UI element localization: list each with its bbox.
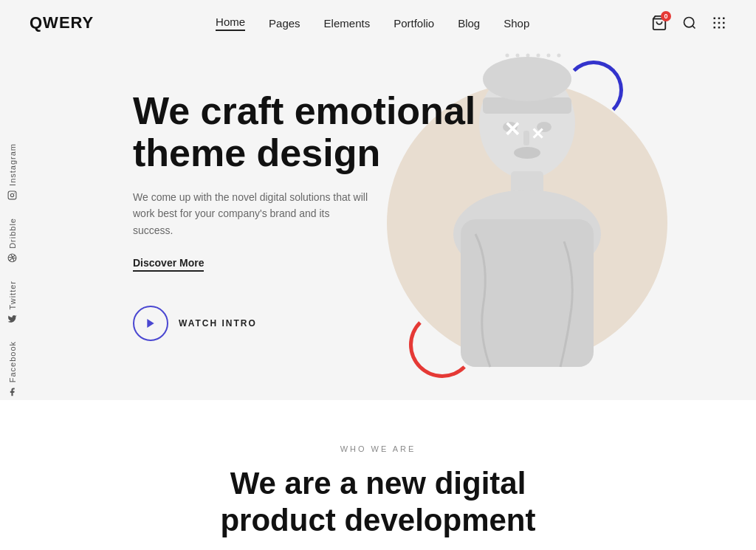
nav-item-portfolio[interactable]: Portfolio <box>394 17 434 30</box>
social-item-dribble[interactable]: Dribble <box>0 209 24 272</box>
search-button[interactable] <box>682 16 697 30</box>
dribble-icon <box>7 253 17 263</box>
svg-point-1 <box>684 18 694 27</box>
grid-menu-button[interactable] <box>712 16 726 30</box>
cart-badge: 0 <box>661 11 671 21</box>
main-nav: Home Pages Elements Portfolio Blog Shop <box>216 16 529 31</box>
logo[interactable]: QWERY <box>30 13 94 32</box>
nav-item-blog[interactable]: Blog <box>458 17 480 30</box>
svg-text:✕: ✕ <box>504 118 520 141</box>
svg-rect-3 <box>714 18 716 20</box>
discover-more-link[interactable]: Discover More <box>133 257 204 272</box>
svg-text:✕: ✕ <box>531 125 544 143</box>
svg-rect-12 <box>8 191 16 199</box>
hero-section: We craft emotional theme design We come … <box>0 46 756 400</box>
nav-item-elements[interactable]: Elements <box>324 17 371 30</box>
search-icon <box>682 16 697 30</box>
watch-intro-button[interactable]: WATCH INTRO <box>133 306 257 341</box>
hero-subtitle: We come up with the novel digital soluti… <box>133 189 369 238</box>
nav-item-shop[interactable]: Shop <box>504 17 529 30</box>
svg-rect-7 <box>718 22 721 24</box>
hero-title: We craft emotional theme design <box>133 90 502 174</box>
social-item-twitter[interactable]: Twitter <box>0 272 24 332</box>
svg-point-14 <box>14 193 15 193</box>
svg-rect-5 <box>723 18 725 20</box>
header-icons: 0 <box>651 15 726 31</box>
twitter-icon <box>7 314 17 323</box>
svg-line-2 <box>693 26 695 29</box>
svg-rect-6 <box>714 22 716 24</box>
watch-label: WATCH INTRO <box>179 318 257 329</box>
nav-item-pages[interactable]: Pages <box>269 17 300 30</box>
svg-rect-11 <box>723 27 725 29</box>
section-title: We are a new digital product development… <box>171 465 585 550</box>
social-sidebar: Instagram Dribble Twitter Facebook <box>0 134 24 406</box>
svg-point-13 <box>10 193 13 196</box>
who-we-are-section: WHO WE ARE We are a new digital product … <box>0 400 756 550</box>
section-tag: WHO WE ARE <box>30 444 726 453</box>
social-item-instagram[interactable]: Instagram <box>0 134 24 209</box>
instagram-icon <box>7 190 17 200</box>
svg-rect-10 <box>718 27 721 29</box>
svg-marker-16 <box>147 319 154 328</box>
hero-content: We craft emotional theme design We come … <box>133 90 502 342</box>
cart-button[interactable]: 0 <box>651 15 667 31</box>
nav-item-home[interactable]: Home <box>216 16 245 31</box>
svg-rect-4 <box>718 18 721 20</box>
site-header: QWERY Home Pages Elements Portfolio Blog… <box>0 0 756 46</box>
grid-icon <box>712 16 726 30</box>
social-item-facebook[interactable]: Facebook <box>0 332 24 405</box>
svg-rect-51 <box>523 131 529 145</box>
watch-circle <box>133 306 168 341</box>
svg-rect-8 <box>723 22 725 24</box>
svg-rect-9 <box>714 27 716 29</box>
facebook-icon <box>7 388 17 397</box>
svg-point-52 <box>514 147 540 159</box>
play-icon <box>145 317 157 329</box>
